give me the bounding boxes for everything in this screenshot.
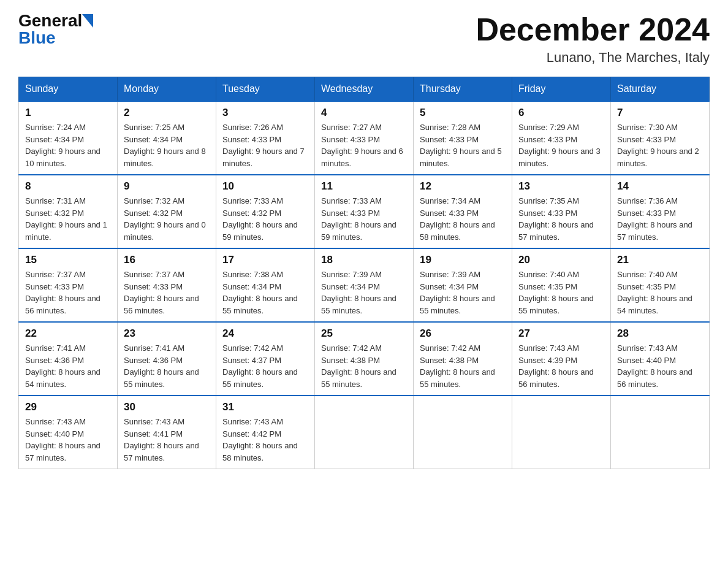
day-info: Sunrise: 7:37 AMSunset: 4:33 PMDaylight:… — [124, 269, 210, 316]
day-info: Sunrise: 7:32 AMSunset: 4:32 PMDaylight:… — [124, 195, 210, 243]
header-tuesday: Tuesday — [216, 77, 315, 102]
table-row — [315, 396, 414, 469]
day-number: 15 — [25, 254, 111, 266]
day-info: Sunrise: 7:42 AMSunset: 4:38 PMDaylight:… — [321, 342, 407, 390]
day-info: Sunrise: 7:38 AMSunset: 4:34 PMDaylight:… — [222, 269, 308, 316]
header-wednesday: Wednesday — [315, 77, 414, 102]
table-row: 30 Sunrise: 7:43 AMSunset: 4:41 PMDaylig… — [118, 396, 216, 469]
day-number: 7 — [617, 107, 703, 119]
day-info: Sunrise: 7:29 AMSunset: 4:33 PMDaylight:… — [518, 121, 604, 169]
month-title: December 2024 — [476, 12, 710, 47]
day-info: Sunrise: 7:43 AMSunset: 4:42 PMDaylight:… — [222, 416, 308, 464]
day-info: Sunrise: 7:27 AMSunset: 4:33 PMDaylight:… — [321, 121, 407, 169]
day-info: Sunrise: 7:24 AMSunset: 4:34 PMDaylight:… — [25, 121, 111, 169]
table-row: 6 Sunrise: 7:29 AMSunset: 4:33 PMDayligh… — [512, 101, 611, 175]
table-row: 14 Sunrise: 7:36 AMSunset: 4:33 PMDaylig… — [611, 175, 710, 248]
table-row — [611, 396, 710, 469]
table-row: 9 Sunrise: 7:32 AMSunset: 4:32 PMDayligh… — [118, 175, 216, 248]
day-number: 3 — [222, 107, 308, 119]
logo: General Blue — [18, 12, 94, 47]
day-number: 4 — [321, 107, 407, 119]
table-row: 21 Sunrise: 7:40 AMSunset: 4:35 PMDaylig… — [611, 248, 710, 322]
day-info: Sunrise: 7:40 AMSunset: 4:35 PMDaylight:… — [617, 269, 703, 316]
header-saturday: Saturday — [611, 77, 710, 102]
day-info: Sunrise: 7:43 AMSunset: 4:40 PMDaylight:… — [617, 342, 703, 390]
day-info: Sunrise: 7:43 AMSunset: 4:41 PMDaylight:… — [124, 416, 210, 464]
day-info: Sunrise: 7:42 AMSunset: 4:38 PMDaylight:… — [420, 342, 506, 390]
table-row — [512, 396, 611, 469]
svg-marker-0 — [82, 14, 93, 28]
location: Lunano, The Marches, Italy — [476, 50, 710, 66]
table-row: 27 Sunrise: 7:43 AMSunset: 4:39 PMDaylig… — [512, 322, 611, 396]
logo-arrow-icon — [82, 14, 93, 28]
day-number: 19 — [420, 254, 506, 266]
day-number: 31 — [222, 401, 308, 413]
day-number: 1 — [25, 107, 111, 119]
week-row-5: 29 Sunrise: 7:43 AMSunset: 4:40 PMDaylig… — [19, 396, 710, 469]
table-row: 1 Sunrise: 7:24 AMSunset: 4:34 PMDayligh… — [19, 101, 118, 175]
day-info: Sunrise: 7:30 AMSunset: 4:33 PMDaylight:… — [617, 121, 703, 169]
page-header: General Blue December 2024 Lunano, The M… — [18, 12, 710, 66]
day-number: 24 — [222, 327, 308, 340]
day-number: 16 — [124, 254, 210, 266]
logo-blue-text: Blue — [18, 28, 56, 47]
week-row-1: 1 Sunrise: 7:24 AMSunset: 4:34 PMDayligh… — [19, 101, 710, 175]
table-row: 15 Sunrise: 7:37 AMSunset: 4:33 PMDaylig… — [19, 248, 118, 322]
header-monday: Monday — [118, 77, 216, 102]
weekday-header-row: Sunday Monday Tuesday Wednesday Thursday… — [19, 77, 710, 102]
day-info: Sunrise: 7:26 AMSunset: 4:33 PMDaylight:… — [222, 121, 308, 169]
day-info: Sunrise: 7:28 AMSunset: 4:33 PMDaylight:… — [420, 121, 506, 169]
table-row: 12 Sunrise: 7:34 AMSunset: 4:33 PMDaylig… — [414, 175, 512, 248]
day-info: Sunrise: 7:39 AMSunset: 4:34 PMDaylight:… — [321, 269, 407, 316]
day-number: 14 — [617, 180, 703, 193]
day-number: 23 — [124, 327, 210, 340]
table-row: 23 Sunrise: 7:41 AMSunset: 4:36 PMDaylig… — [118, 322, 216, 396]
day-number: 17 — [222, 254, 308, 266]
day-number: 9 — [124, 180, 210, 193]
table-row: 16 Sunrise: 7:37 AMSunset: 4:33 PMDaylig… — [118, 248, 216, 322]
table-row: 3 Sunrise: 7:26 AMSunset: 4:33 PMDayligh… — [216, 101, 315, 175]
day-info: Sunrise: 7:33 AMSunset: 4:33 PMDaylight:… — [321, 195, 407, 243]
day-number: 8 — [25, 180, 111, 193]
day-info: Sunrise: 7:35 AMSunset: 4:33 PMDaylight:… — [518, 195, 604, 243]
day-number: 2 — [124, 107, 210, 119]
day-number: 5 — [420, 107, 506, 119]
logo-general-text: General — [18, 12, 82, 29]
day-number: 26 — [420, 327, 506, 340]
day-info: Sunrise: 7:40 AMSunset: 4:35 PMDaylight:… — [518, 269, 604, 316]
day-number: 21 — [617, 254, 703, 266]
table-row: 8 Sunrise: 7:31 AMSunset: 4:32 PMDayligh… — [19, 175, 118, 248]
day-number: 27 — [518, 327, 604, 340]
table-row: 10 Sunrise: 7:33 AMSunset: 4:32 PMDaylig… — [216, 175, 315, 248]
day-number: 28 — [617, 327, 703, 340]
day-info: Sunrise: 7:43 AMSunset: 4:40 PMDaylight:… — [25, 416, 111, 464]
calendar-table: Sunday Monday Tuesday Wednesday Thursday… — [18, 77, 710, 469]
day-info: Sunrise: 7:43 AMSunset: 4:39 PMDaylight:… — [518, 342, 604, 390]
day-info: Sunrise: 7:31 AMSunset: 4:32 PMDaylight:… — [25, 195, 111, 243]
day-number: 12 — [420, 180, 506, 193]
day-info: Sunrise: 7:34 AMSunset: 4:33 PMDaylight:… — [420, 195, 506, 243]
table-row: 29 Sunrise: 7:43 AMSunset: 4:40 PMDaylig… — [19, 396, 118, 469]
table-row: 28 Sunrise: 7:43 AMSunset: 4:40 PMDaylig… — [611, 322, 710, 396]
day-number: 11 — [321, 180, 407, 193]
week-row-4: 22 Sunrise: 7:41 AMSunset: 4:36 PMDaylig… — [19, 322, 710, 396]
day-number: 18 — [321, 254, 407, 266]
table-row: 2 Sunrise: 7:25 AMSunset: 4:34 PMDayligh… — [118, 101, 216, 175]
title-area: December 2024 Lunano, The Marches, Italy — [476, 12, 710, 66]
day-info: Sunrise: 7:41 AMSunset: 4:36 PMDaylight:… — [25, 342, 111, 390]
day-number: 22 — [25, 327, 111, 340]
table-row: 17 Sunrise: 7:38 AMSunset: 4:34 PMDaylig… — [216, 248, 315, 322]
table-row: 19 Sunrise: 7:39 AMSunset: 4:34 PMDaylig… — [414, 248, 512, 322]
day-info: Sunrise: 7:36 AMSunset: 4:33 PMDaylight:… — [617, 195, 703, 243]
day-info: Sunrise: 7:33 AMSunset: 4:32 PMDaylight:… — [222, 195, 308, 243]
day-number: 6 — [518, 107, 604, 119]
day-info: Sunrise: 7:37 AMSunset: 4:33 PMDaylight:… — [25, 269, 111, 316]
header-thursday: Thursday — [414, 77, 512, 102]
header-sunday: Sunday — [19, 77, 118, 102]
day-info: Sunrise: 7:41 AMSunset: 4:36 PMDaylight:… — [124, 342, 210, 390]
week-row-2: 8 Sunrise: 7:31 AMSunset: 4:32 PMDayligh… — [19, 175, 710, 248]
table-row: 25 Sunrise: 7:42 AMSunset: 4:38 PMDaylig… — [315, 322, 414, 396]
table-row: 13 Sunrise: 7:35 AMSunset: 4:33 PMDaylig… — [512, 175, 611, 248]
day-number: 20 — [518, 254, 604, 266]
day-number: 10 — [222, 180, 308, 193]
